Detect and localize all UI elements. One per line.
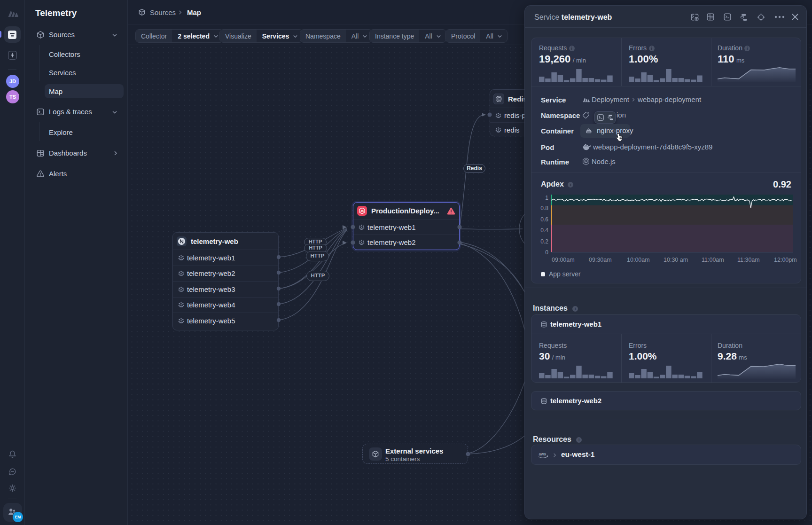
svg-text:aws: aws: [539, 452, 547, 456]
